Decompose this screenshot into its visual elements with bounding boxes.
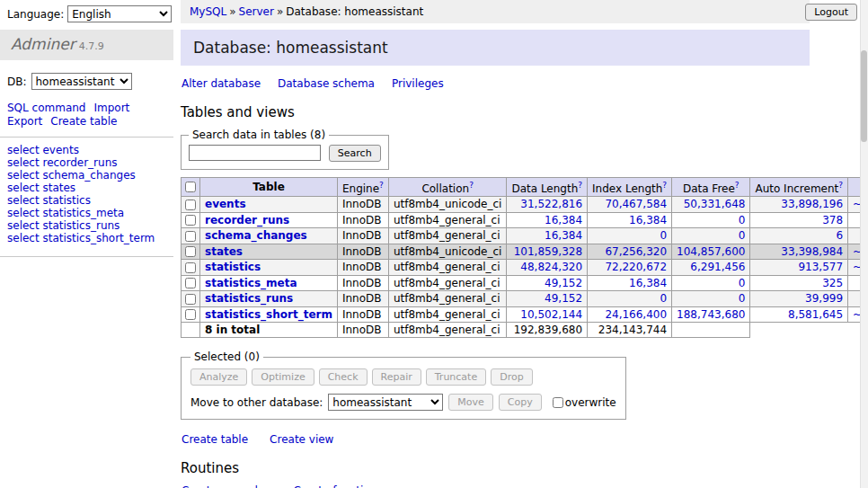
help-link[interactable]: ? — [379, 181, 384, 190]
index-length-link[interactable]: 72,220,672 — [605, 261, 667, 273]
data-free-link[interactable]: 0 — [739, 277, 746, 289]
data-free-link[interactable]: 188,743,680 — [677, 308, 745, 321]
sidebar-sql-command-link[interactable]: SQL command — [7, 102, 85, 114]
data-free-link[interactable]: 50,331,648 — [684, 198, 746, 210]
row-checkbox[interactable] — [185, 262, 196, 273]
table-name-link[interactable]: statistics_meta — [205, 277, 297, 289]
data-length-link[interactable]: 49,152 — [545, 277, 582, 289]
help-link[interactable]: ? — [469, 181, 474, 190]
data-free-link[interactable]: 104,857,600 — [677, 245, 745, 258]
table-row-statistics-short-term: statistics_short_term InnoDB utf8mb4_gen… — [182, 306, 868, 323]
alter-database-link[interactable]: Alter database — [182, 77, 261, 90]
sidebar-select-statistics-meta-link[interactable]: select statistics_meta — [7, 207, 124, 219]
sidebar-select-statistics-short-term-link[interactable]: select statistics_short_term — [7, 232, 155, 244]
data-length-link[interactable]: 31,522,816 — [520, 198, 582, 210]
table-name-link[interactable]: statistics_runs — [205, 292, 293, 305]
data-length-link[interactable]: 16,384 — [545, 214, 582, 226]
data-free-link[interactable]: 6,291,456 — [690, 261, 745, 273]
table-name-link[interactable]: schema_changes — [205, 229, 307, 242]
db-select[interactable]: homeassistant — [31, 73, 132, 90]
sidebar-select-recorder-runs-link[interactable]: select recorder_runs — [7, 156, 118, 169]
sidebar-select-schema-changes-link[interactable]: select schema_changes — [7, 169, 136, 182]
scrollbar-thumb[interactable] — [861, 50, 867, 142]
data-length-link[interactable]: 101,859,328 — [514, 245, 582, 258]
data-free-link[interactable]: 0 — [739, 229, 746, 242]
sidebar-select-statistics-link[interactable]: select statistics — [7, 194, 91, 207]
search-input[interactable] — [189, 145, 321, 161]
table-name-link[interactable]: statistics — [205, 261, 261, 273]
table-name-link[interactable]: events — [205, 198, 246, 210]
data-length-link[interactable]: 48,824,320 — [520, 261, 582, 273]
data-free-link[interactable]: 0 — [739, 214, 746, 226]
breadcrumb-mysql-link[interactable]: MySQL — [190, 5, 226, 18]
drop-button[interactable]: Drop — [491, 368, 532, 386]
index-length-link[interactable]: 67,256,320 — [605, 245, 667, 258]
overwrite-checkbox[interactable] — [553, 397, 563, 408]
data-length-link[interactable]: 10,502,144 — [520, 308, 582, 321]
sidebar-import-link[interactable]: Import — [93, 102, 129, 114]
auto-increment-link[interactable]: 325 — [822, 277, 843, 289]
database-schema-link[interactable]: Database schema — [278, 77, 375, 90]
row-checkbox[interactable] — [185, 309, 196, 320]
index-length-link[interactable]: 16,384 — [629, 277, 667, 289]
table-name-link[interactable]: statistics_short_term — [205, 308, 332, 321]
table-row-states: states InnoDB utf8mb4_unicode_ci 101,859… — [182, 244, 868, 260]
repair-button[interactable]: Repair — [372, 368, 421, 386]
data-length-link[interactable]: 16,384 — [545, 229, 582, 242]
language-select[interactable]: English — [67, 5, 172, 22]
sidebar-select-states-link[interactable]: select states — [7, 182, 75, 194]
sidebar-create-table-link[interactable]: Create table — [50, 115, 117, 128]
move-button[interactable]: Move — [448, 394, 493, 411]
data-free-link[interactable]: 0 — [739, 292, 746, 305]
table-name-link[interactable]: states — [205, 245, 243, 258]
index-length-link[interactable]: 24,166,400 — [605, 308, 667, 321]
sidebar-select-events-link[interactable]: select events — [7, 144, 79, 156]
help-link[interactable]: ? — [735, 181, 740, 190]
analyze-button[interactable]: Analyze — [190, 368, 247, 386]
data-length-cell: 31,522,816 — [507, 197, 588, 213]
row-checkbox[interactable] — [185, 294, 196, 305]
table-name-link[interactable]: recorder_runs — [205, 214, 289, 226]
move-database-select[interactable]: homeassistant — [328, 394, 443, 411]
check-button[interactable]: Check — [319, 368, 368, 386]
row-checkbox[interactable] — [185, 200, 196, 210]
selected-fieldset: Selected (0) AnalyzeOptimizeCheckRepairT… — [181, 350, 626, 420]
auto-increment-link[interactable]: 39,999 — [805, 292, 843, 305]
auto-increment-link[interactable]: 6 — [836, 229, 843, 242]
privileges-link[interactable]: Privileges — [392, 77, 444, 90]
index-length-link[interactable]: 16,384 — [629, 214, 667, 226]
create-function-link[interactable]: Create function — [294, 484, 377, 488]
create-table-link[interactable]: Create table — [182, 433, 248, 446]
scrollbar-track[interactable] — [860, 0, 868, 488]
row-checkbox[interactable] — [185, 278, 196, 288]
row-checkbox[interactable] — [185, 246, 196, 257]
row-checkbox[interactable] — [185, 231, 196, 242]
index-length-link[interactable]: 0 — [660, 229, 667, 242]
auto-increment-link[interactable]: 8,581,645 — [788, 308, 843, 321]
row-checkbox[interactable] — [185, 215, 196, 226]
sidebar-export-link[interactable]: Export — [7, 115, 42, 128]
select-all-checkbox[interactable] — [185, 182, 196, 192]
auto-increment-link[interactable]: 33,398,984 — [781, 245, 843, 258]
truncate-button[interactable]: Truncate — [426, 368, 486, 386]
col-header-table: Table — [200, 178, 338, 197]
data-length-link[interactable]: 49,152 — [545, 292, 582, 305]
logout-button[interactable]: Logout — [805, 4, 857, 21]
index-length-link[interactable]: 0 — [660, 292, 667, 305]
adminer-logo-link[interactable]: Adminer — [11, 35, 75, 53]
help-link[interactable]: ? — [578, 181, 582, 190]
create-view-link[interactable]: Create view — [270, 433, 333, 446]
auto-increment-link[interactable]: 378 — [822, 214, 843, 226]
help-link[interactable]: ? — [838, 181, 843, 190]
auto-increment-link[interactable]: 33,898,196 — [781, 198, 843, 210]
optimize-button[interactable]: Optimize — [252, 368, 314, 386]
breadcrumb-server-link[interactable]: Server — [239, 5, 274, 18]
row-select-cell — [182, 306, 200, 323]
search-button[interactable]: Search — [329, 145, 381, 162]
create-procedure-link[interactable]: Create procedure — [182, 484, 276, 488]
sidebar-select-statistics-runs-link[interactable]: select statistics_runs — [7, 219, 120, 232]
copy-button[interactable]: Copy — [499, 394, 542, 411]
help-link[interactable]: ? — [662, 181, 667, 190]
index-length-link[interactable]: 70,467,584 — [605, 198, 667, 210]
auto-increment-link[interactable]: 913,577 — [798, 261, 843, 273]
